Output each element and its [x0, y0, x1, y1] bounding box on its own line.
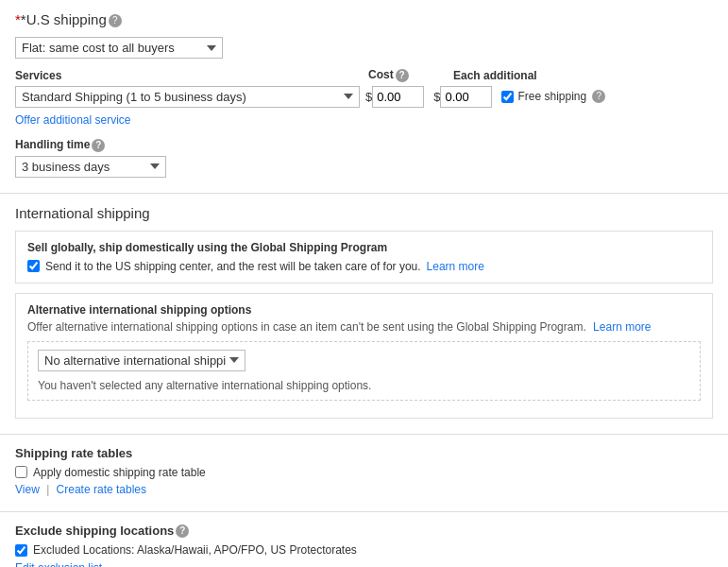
- cost-col-header: Cost?: [368, 68, 444, 82]
- shipping-inputs-row: Standard Shipping (1 to 5 business days)…: [15, 86, 713, 108]
- global-shipping-desc: Send it to the US shipping center, and t…: [45, 260, 421, 273]
- alt-intl-learn-more-link[interactable]: Learn more: [593, 320, 651, 334]
- handling-time-select[interactable]: 3 business days: [15, 156, 166, 178]
- offer-additional-service-link[interactable]: Offer additional service: [15, 113, 131, 127]
- flat-rate-select[interactable]: Flat: same cost to all buyers: [15, 37, 223, 59]
- international-shipping-title: International shipping: [15, 205, 713, 221]
- alt-intl-title: Alternative international shipping optio…: [27, 303, 701, 317]
- view-rate-tables-link[interactable]: View: [15, 483, 40, 496]
- create-rate-tables-link[interactable]: Create rate tables: [57, 483, 146, 496]
- international-shipping-section: International shipping Sell globally, sh…: [0, 194, 728, 435]
- free-shipping-info-icon[interactable]: ?: [592, 90, 605, 103]
- us-shipping-section: **U.S shipping? Flat: same cost to all b…: [0, 0, 728, 194]
- excluded-locations-checkbox[interactable]: [15, 544, 27, 557]
- global-shipping-title: Sell globally, ship domestically using t…: [27, 241, 701, 254]
- cost-dollar-sign: $: [365, 90, 372, 104]
- edit-exclusion-list-row: Edit exclusion list: [15, 560, 713, 567]
- us-shipping-title: **U.S shipping?: [15, 11, 713, 27]
- us-shipping-label: *U.S shipping: [21, 11, 107, 27]
- exclude-shipping-title: Exclude shipping locations?: [15, 524, 713, 539]
- edit-exclusion-list-link[interactable]: Edit exclusion list: [15, 561, 102, 567]
- handling-time-label: Handling time?: [15, 138, 713, 152]
- global-shipping-learn-more-link[interactable]: Learn more: [427, 260, 484, 273]
- cost-info-icon[interactable]: ?: [396, 69, 409, 82]
- no-alt-shipping-text: You haven't selected any alternative int…: [38, 379, 690, 392]
- free-shipping-checkbox[interactable]: [501, 91, 514, 103]
- cost-input[interactable]: [372, 86, 424, 108]
- free-shipping-label: Free shipping: [517, 90, 586, 103]
- alt-intl-desc: Offer alternative international shipping…: [27, 320, 701, 334]
- exclude-shipping-section: Exclude shipping locations? Excluded Loc…: [0, 512, 728, 567]
- each-additional-input[interactable]: [440, 86, 492, 108]
- shipping-rate-tables-title: Shipping rate tables: [15, 446, 713, 460]
- no-alt-shipping-box: No alternative international shipping Yo…: [27, 341, 701, 401]
- view-create-row: View | Create rate tables: [15, 483, 713, 496]
- global-shipping-checkbox[interactable]: [27, 260, 40, 272]
- services-col-header: Services: [15, 69, 364, 82]
- handling-time-section: Handling time? 3 business days: [15, 138, 713, 178]
- excluded-locations-row: Excluded Locations: Alaska/Hawaii, APO/F…: [15, 543, 713, 557]
- excluded-locations-label: Excluded Locations: Alaska/Hawaii, APO/F…: [33, 543, 357, 557]
- handling-time-info-icon[interactable]: ?: [92, 139, 105, 152]
- global-shipping-box: Sell globally, ship domestically using t…: [15, 231, 713, 284]
- no-alt-shipping-select[interactable]: No alternative international shipping: [38, 350, 245, 371]
- exclude-shipping-info-icon[interactable]: ?: [176, 524, 189, 538]
- apply-rate-table-checkbox[interactable]: [15, 466, 27, 478]
- apply-rate-table-label: Apply domestic shipping rate table: [33, 466, 206, 479]
- shipping-rate-tables-section: Shipping rate tables Apply domestic ship…: [0, 435, 728, 512]
- apply-rate-table-row: Apply domestic shipping rate table: [15, 466, 713, 479]
- service-select[interactable]: Standard Shipping (1 to 5 business days): [15, 86, 360, 108]
- pipe-separator: |: [46, 483, 49, 496]
- us-shipping-info-icon[interactable]: ?: [109, 14, 122, 27]
- global-shipping-checkbox-row: Send it to the US shipping center, and t…: [27, 260, 701, 273]
- each-additional-dollar-sign: $: [433, 90, 440, 104]
- each-additional-col-header: Each additional: [453, 69, 537, 82]
- alt-international-shipping-box: Alternative international shipping optio…: [15, 293, 713, 419]
